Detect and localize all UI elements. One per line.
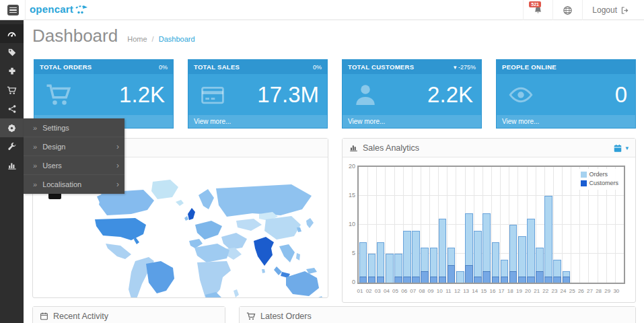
sales-analytics-chart: Orders Customers 05101520010203040506070… [343,157,635,303]
logo-text: opencart [30,3,73,15]
customers-bar [448,265,456,283]
customers-bar [536,271,544,283]
sidebar-item-sales[interactable] [0,81,24,100]
reports-icon [7,161,17,170]
notification-count-badge: 521 [529,1,541,7]
legend-customers-swatch [581,180,587,186]
chart-plot-area: Orders Customers [357,166,625,284]
customers-bar [439,277,447,283]
gridline-vertical [456,167,456,283]
orders-bar [386,254,394,283]
chevron-right-icon: › [116,161,119,170]
breadcrumb-home-link[interactable]: Home [127,35,147,43]
gridline-horizontal [359,195,624,196]
orders-bar [439,219,447,283]
top-header: opencart 521 [0,0,644,20]
chart-legend: Orders Customers [578,169,622,190]
sidebar-item-dashboard[interactable] [0,24,24,43]
view-more-link[interactable]: View more... [188,115,327,128]
gridline-vertical [562,167,563,283]
sidebar-nav [0,20,24,323]
opencart-logo[interactable]: opencart [30,3,87,15]
customers-bar [403,277,411,283]
tile-change-badge: 0% [159,64,168,71]
user-icon [352,81,379,108]
submenu-item-users[interactable]: » Users › [24,156,124,175]
region-asia[interactable] [216,184,317,281]
panel-title: Latest Orders [260,312,312,321]
credit-card-icon [198,82,227,108]
gridline-vertical [571,167,571,283]
customers-bar [421,271,429,283]
sidebar-item-marketing[interactable] [0,100,24,118]
customers-bar [465,265,473,283]
region-oceania[interactable] [286,271,324,297]
opencart-cart-icon [75,5,87,14]
logout-icon [620,6,629,15]
customers-bar [482,271,491,283]
breadcrumb-separator: / [152,35,154,43]
logout-button[interactable]: Logout [582,0,639,20]
gridline-horizontal [359,224,624,225]
caret-down-icon: ▾ [625,145,629,151]
tile-total-customers: TOTAL CUSTOMERS ▾ -275% 2.2K View more..… [342,59,482,129]
world-map[interactable] [60,179,328,297]
chart-range-button[interactable]: ▾ [613,143,629,153]
submenu-item-design[interactable]: » Design › [24,137,124,156]
region-europe[interactable] [176,189,222,248]
orders-bar [474,231,482,283]
tile-value: 1.2K [119,82,165,108]
customers-bar [527,277,535,283]
tile-title: PEOPLE ONLINE [502,63,557,71]
view-more-link[interactable]: View more... [497,115,635,128]
calendar-icon [40,312,48,320]
sidebar-item-reports[interactable] [0,156,24,175]
sidebar-item-extensions[interactable] [0,62,24,81]
customers-bar [501,277,509,283]
notifications-button[interactable]: 521 [523,0,552,20]
customers-bar [377,277,385,283]
share-icon [7,104,17,114]
bar-chart-icon [349,143,358,152]
panel-title: Sales Analytics [363,143,419,153]
tile-title: TOTAL SALES [194,63,240,71]
orders-bar [527,219,535,283]
customers-bar [430,277,438,283]
sidebar-item-catalog[interactable] [0,43,24,62]
sidebar-item-tools[interactable] [0,137,24,156]
recent-activity-panel: Recent Activity [32,306,225,323]
menu-toggle-button[interactable] [7,5,19,15]
customers-bar [509,271,517,283]
customers-bar [563,277,571,283]
submenu-item-localisation[interactable]: » Localisation › [24,175,124,194]
cart-icon [246,312,256,321]
breadcrumb: Home / Dashboard [127,35,194,43]
view-more-link[interactable]: View more... [343,115,481,128]
region-south-america[interactable] [129,257,174,297]
customers-bar [368,277,376,283]
panel-title: Recent Activity [53,312,108,321]
store-front-button[interactable] [552,0,582,20]
submenu-arrow-icon: » [33,124,37,132]
orders-bar [412,231,420,283]
y-axis-tick-label: 15 [345,192,355,199]
sales-analytics-panel: Sales Analytics ▾ Orders [342,138,636,303]
calendar-icon [613,143,622,153]
tile-value: 17.3M [257,82,319,108]
submenu-item-settings[interactable]: » Settings [24,118,124,137]
customers-bar [474,277,482,283]
logout-label: Logout [592,5,617,15]
y-axis-tick-label: 20 [345,163,355,170]
eye-icon [506,83,536,107]
tile-title: TOTAL ORDERS [40,63,92,71]
gear-icon [7,123,17,133]
map-zoom-button[interactable] [48,194,61,199]
y-axis-tick-label: 10 [345,221,355,227]
customers-bar [359,277,367,283]
orders-bar [544,196,552,283]
breadcrumb-current-link[interactable]: Dashboard [159,35,195,43]
sidebar-item-system[interactable] [0,118,24,137]
tile-people-online: PEOPLE ONLINE 0 View more... [496,59,636,129]
y-axis-tick-label: 0 [345,279,355,285]
latest-orders-header: Latest Orders [240,307,635,323]
